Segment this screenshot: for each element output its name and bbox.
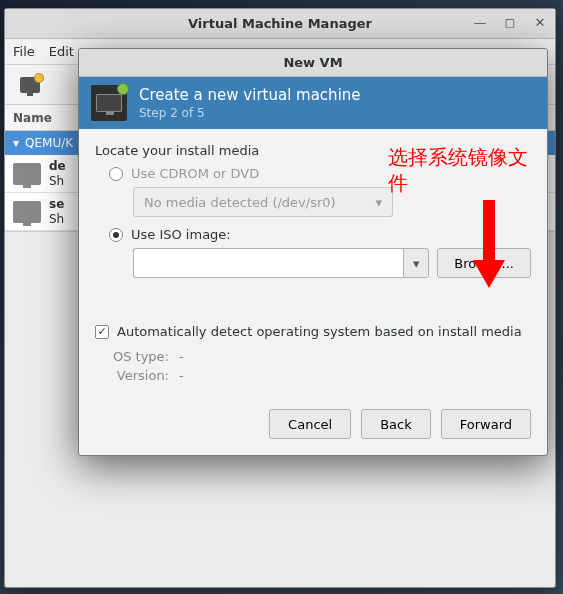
radio-iso[interactable] — [109, 228, 123, 242]
vm-state: Sh — [49, 212, 64, 226]
vm-icon — [13, 201, 41, 223]
cancel-button[interactable]: Cancel — [269, 409, 351, 439]
os-type-key: OS type: — [105, 349, 169, 364]
os-type-value: - — [179, 349, 184, 364]
autodetect-checkbox[interactable] — [95, 325, 109, 339]
forward-button[interactable]: Forward — [441, 409, 531, 439]
star-icon — [35, 74, 43, 82]
browse-button[interactable]: Browse... — [437, 248, 531, 278]
iso-path-input[interactable] — [133, 248, 403, 278]
radio-cdrom[interactable] — [109, 167, 123, 181]
cdrom-combo-text: No media detected (/dev/sr0) — [144, 195, 336, 210]
chevron-down-icon: ▾ — [375, 195, 382, 210]
radio-iso-label: Use ISO image: — [131, 227, 231, 242]
radio-cdrom-row[interactable]: Use CDROM or DVD — [109, 166, 531, 181]
close-icon[interactable]: ✕ — [531, 13, 549, 31]
maximize-icon[interactable]: ◻ — [501, 13, 519, 31]
new-vm-dialog: New VM Create a new virtual machine Step… — [78, 48, 548, 456]
menu-file[interactable]: File — [13, 44, 35, 59]
vm-name: de — [49, 159, 66, 173]
dialog-titlebar[interactable]: New VM — [79, 49, 547, 77]
vmm-title: Virtual Machine Manager — [188, 16, 372, 31]
dialog-title: New VM — [283, 55, 342, 70]
menu-edit[interactable]: Edit — [49, 44, 74, 59]
radio-cdrom-label: Use CDROM or DVD — [131, 166, 259, 181]
cdrom-combo: No media detected (/dev/sr0) ▾ — [133, 187, 393, 217]
group-label: QEMU/K — [25, 136, 73, 150]
version-value: - — [179, 368, 184, 383]
banner-heading: Create a new virtual machine — [139, 86, 361, 104]
locate-media-label: Locate your install media — [95, 143, 531, 158]
chevron-down-icon: ▾ — [413, 256, 420, 271]
vm-state: Sh — [49, 174, 66, 188]
column-name: Name — [13, 111, 52, 125]
iso-combobox[interactable]: ▾ — [133, 248, 429, 278]
vm-name: se — [49, 197, 64, 211]
vmm-titlebar[interactable]: Virtual Machine Manager — ◻ ✕ — [5, 9, 555, 39]
back-button[interactable]: Back — [361, 409, 431, 439]
new-vm-button[interactable] — [13, 70, 47, 100]
minimize-icon[interactable]: — — [471, 13, 489, 31]
banner-step: Step 2 of 5 — [139, 106, 361, 120]
radio-iso-row[interactable]: Use ISO image: — [109, 227, 531, 242]
monitor-icon — [20, 77, 40, 93]
dialog-banner: Create a new virtual machine Step 2 of 5 — [79, 77, 547, 129]
chevron-down-icon: ▾ — [13, 136, 19, 150]
vm-icon — [13, 163, 41, 185]
autodetect-label: Automatically detect operating system ba… — [117, 324, 522, 339]
version-key: Version: — [105, 368, 169, 383]
autodetect-row[interactable]: Automatically detect operating system ba… — [95, 324, 531, 339]
create-vm-icon — [91, 85, 127, 121]
iso-dropdown-button[interactable]: ▾ — [403, 248, 429, 278]
